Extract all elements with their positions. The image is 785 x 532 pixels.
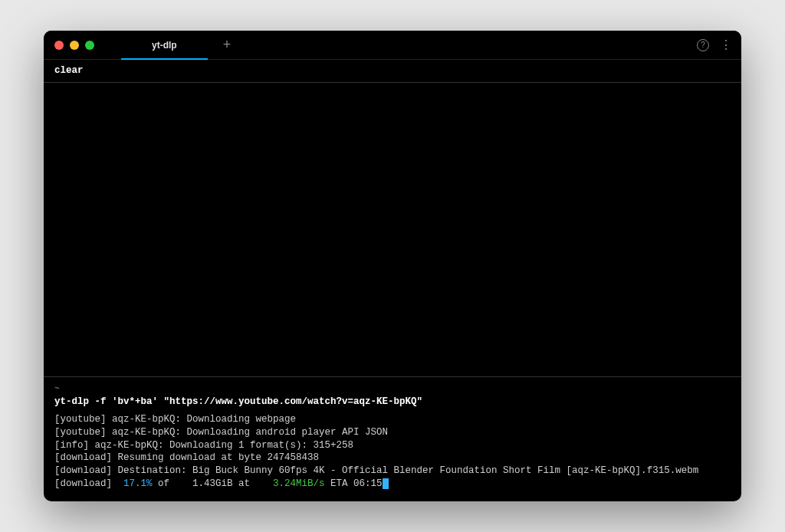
terminal-body[interactable]: clear ~ yt-dlp -f 'bv*+ba' "https://www.… — [44, 60, 741, 501]
output-line: [info] aqz-KE-bpKQ: Downloading 1 format… — [54, 439, 731, 452]
tab-title: yt-dlp — [152, 40, 177, 51]
lower-pane: ~ yt-dlp -f 'bv*+ba' "https://www.youtub… — [44, 377, 741, 501]
upper-pane: clear — [44, 60, 741, 83]
output-line: [download] Destination: Big Buck Bunny 6… — [54, 465, 731, 478]
maximize-icon[interactable] — [85, 41, 94, 50]
tab-bar: yt-dlp + — [121, 31, 231, 59]
titlebar-right: ? ⋮ — [697, 38, 741, 52]
progress-percent: 17.1% — [123, 478, 153, 489]
titlebar: yt-dlp + ? ⋮ — [44, 31, 741, 60]
new-tab-button[interactable]: + — [223, 37, 232, 53]
plus-icon: + — [223, 37, 232, 52]
output-line: [youtube] aqz-KE-bpKQ: Downloading andro… — [54, 426, 731, 439]
empty-pane — [44, 83, 741, 377]
cwd-indicator: ~ — [54, 383, 731, 395]
traffic-lights — [44, 41, 94, 50]
help-icon[interactable]: ? — [697, 39, 709, 51]
tab-active[interactable]: yt-dlp — [121, 31, 208, 60]
terminal-window: yt-dlp + ? ⋮ clear ~ yt-dlp -f 'bv*+ba' … — [44, 31, 741, 501]
close-icon[interactable] — [54, 41, 64, 50]
progress-line: [download] 17.1% of 1.43GiB at 3.24MiB/s… — [54, 478, 731, 491]
progress-speed: 3.24MiB/s — [273, 478, 325, 489]
minimize-icon[interactable] — [70, 41, 79, 50]
cursor-icon — [383, 478, 389, 489]
output-line: [youtube] aqz-KE-bpKQ: Downloading webpa… — [54, 413, 731, 426]
output-line: [download] Resuming download at byte 247… — [54, 452, 731, 465]
upper-command: clear — [54, 65, 84, 76]
menu-icon[interactable]: ⋮ — [720, 38, 731, 52]
command-line: yt-dlp -f 'bv*+ba' "https://www.youtube.… — [54, 396, 731, 409]
